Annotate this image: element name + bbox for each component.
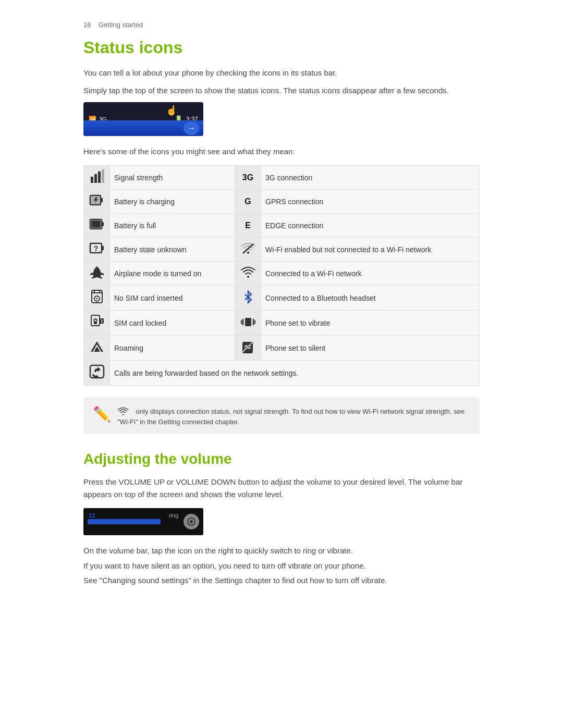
icon-3g: 3G [235, 166, 261, 190]
volume-bar-screenshot: 12 ring [83, 508, 203, 535]
label-call-forward: Calls are being forwarded based on the n… [110, 361, 480, 386]
label-vibrate: Phone set to vibrate [261, 311, 480, 336]
icon-wifi-yes [235, 262, 261, 286]
svg-rect-12 [102, 246, 104, 250]
volume-ring-icon [183, 514, 199, 529]
icon-battery-unknown: ? [84, 238, 110, 262]
svg-rect-9 [102, 222, 104, 226]
label-bluetooth: Connected to a Bluetooth headset [261, 286, 480, 311]
volume-para-2: On the volume bar, tap the icon on the r… [83, 544, 480, 588]
sb-blue-area: → [83, 120, 203, 136]
icon-airplane [84, 262, 110, 286]
icon-silent [235, 336, 261, 361]
status-bar-screenshot: 📶 3G 🔋 3:37 → ☝ [83, 102, 203, 136]
icon-gprs: G [235, 190, 261, 214]
icon-call-forward [84, 361, 110, 386]
intro-para-2: Simply tap the top of the screen to show… [83, 84, 480, 97]
label-silent: Phone set to silent [261, 336, 480, 361]
icon-bluetooth [235, 286, 261, 311]
label-airplane: Airplane mode is turned on [110, 262, 235, 286]
icon-vibrate [235, 311, 261, 336]
intro-para-1: You can tell a lot about your phone by c… [83, 67, 480, 79]
table-row: SIM card locked Phone set to vibrate [84, 311, 480, 336]
label-battery-unknown: Battery state unknown [110, 238, 235, 262]
volume-level-bar [88, 519, 161, 524]
sb-arrow-button: → [183, 121, 199, 135]
label-charging: Battery is charging [110, 190, 235, 214]
svg-rect-24 [94, 321, 97, 324]
table-row: Battery is charging G GPRS connection [84, 190, 480, 214]
svg-rect-0 [91, 177, 93, 183]
note-pencil-icon: ✏️ [93, 405, 111, 423]
svg-point-20 [96, 298, 97, 300]
svg-rect-10 [91, 220, 101, 228]
icon-roaming [84, 336, 110, 361]
icon-edge: E [235, 214, 261, 238]
svg-point-41 [123, 414, 124, 415]
label-3g: 3G connection [261, 166, 480, 190]
note-text: only displays connection status, not sig… [117, 408, 464, 426]
label-signal: Signal strength [110, 166, 235, 190]
note-box: ✏️ only displays connection status, not … [83, 397, 480, 434]
svg-rect-2 [98, 171, 101, 183]
svg-point-16 [247, 276, 249, 278]
svg-rect-5 [101, 198, 103, 202]
sb-hand-icon: ☝ [166, 105, 177, 116]
sb-arrow-icon: → [187, 124, 195, 133]
status-icons-title: Status icons [83, 38, 480, 57]
label-battery-full: Battery is full [110, 214, 235, 238]
volume-ring-label: ring [169, 512, 178, 519]
svg-rect-3 [102, 169, 104, 183]
icon-charging [84, 190, 110, 214]
label-wifi-yes: Connected to a Wi-Fi network [261, 262, 480, 286]
table-row: Calls are being forwarded based on the n… [84, 361, 480, 386]
note-wifi-icon [117, 404, 134, 416]
svg-rect-27 [245, 318, 251, 326]
table-row: Roaming Phone set to silent [84, 336, 480, 361]
svg-point-43 [190, 520, 193, 523]
adjusting-volume-title: Adjusting the volume [83, 451, 480, 467]
volume-number: 12 [89, 512, 95, 519]
svg-rect-1 [94, 174, 97, 183]
icon-battery-full [84, 214, 110, 238]
label-roaming: Roaming [110, 336, 235, 361]
icon-no-sim [84, 286, 110, 311]
svg-point-15 [247, 252, 249, 254]
table-row: Battery is full E EDGE connection [84, 214, 480, 238]
status-icons-table: Signal strength 3G 3G connection Battery… [83, 165, 480, 386]
table-row: No SIM card inserted Connected to a Blue… [84, 286, 480, 311]
label-wifi-no: Wi-Fi enabled but not connected to a Wi-… [261, 238, 480, 262]
label-edge: EDGE connection [261, 214, 480, 238]
icon-sim-locked [84, 311, 110, 336]
label-gprs: GPRS connection [261, 190, 480, 214]
table-row: Signal strength 3G 3G connection [84, 166, 480, 190]
page-number: 16 Getting started [83, 21, 480, 29]
svg-text:?: ? [93, 244, 98, 253]
heres-text: Here's some of the icons you might see a… [83, 145, 480, 158]
icon-signal [84, 166, 110, 190]
label-sim-locked: SIM card locked [110, 311, 235, 336]
label-no-sim: No SIM card inserted [110, 286, 235, 311]
volume-para-1: Press the VOLUME UP or VOLUME DOWN butto… [83, 476, 480, 501]
table-row: ? Battery state unknown Wi-Fi enabled bu… [84, 238, 480, 262]
table-row: Airplane mode is turned on Connected to … [84, 262, 480, 286]
icon-wifi-no [235, 238, 261, 262]
